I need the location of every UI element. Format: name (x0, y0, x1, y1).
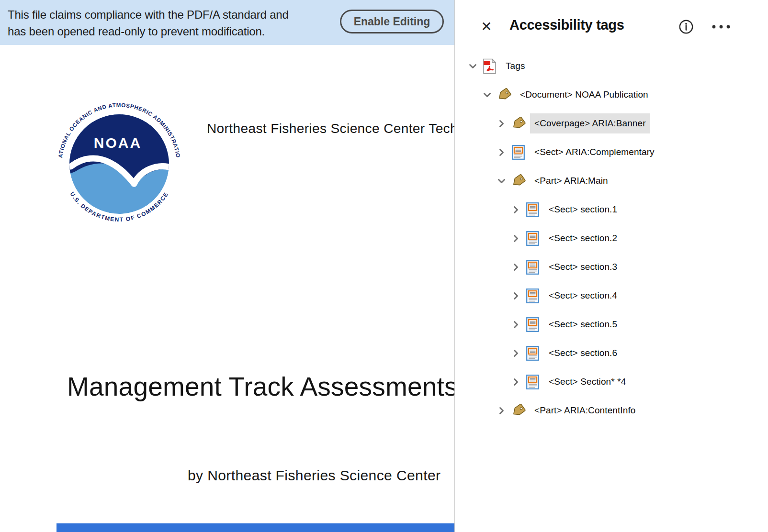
tree-item-label: <Sect> section.6 (544, 343, 621, 363)
tag-icon (510, 116, 526, 132)
pdfa-notice-text: This file claims compliance with the PDF… (8, 6, 289, 40)
doc-byline: by Northeast Fisheries Science Center (188, 467, 440, 484)
tree-item-label: <Part> ARIA:ContentInfo (530, 400, 640, 421)
section-icon (525, 259, 541, 275)
tree-item-label: <Sect> section.4 (544, 286, 621, 306)
tree-item-label: <Sect> Section* *4 (544, 372, 630, 392)
tree-item[interactable]: <Sect> Section* *4 (455, 367, 768, 396)
tag-icon (510, 173, 526, 189)
pdfa-notice-banner: This file claims compliance with the PDF… (0, 0, 454, 45)
doc-series-heading: Northeast Fisheries Science Center Techn… (207, 121, 454, 136)
tree-item[interactable]: <Sect> section.4 (455, 281, 768, 310)
accessibility-tags-panel: ✕ Accessibility tags Tags <Document> NOA (454, 0, 768, 532)
section-icon (525, 345, 541, 361)
tree-item-label: <Sect> section.1 (544, 200, 621, 220)
pdf-document-area: This file claims compliance with the PDF… (0, 0, 454, 532)
chevron-right-icon[interactable] (510, 262, 521, 272)
chevron-right-icon[interactable] (510, 377, 521, 387)
tree-item[interactable]: <Sect> section.6 (455, 339, 768, 367)
tree-item[interactable]: <Sect> ARIA:Complementary (455, 138, 768, 166)
chevron-right-icon[interactable] (496, 147, 507, 157)
tags-tree: Tags <Document> NOAA Publication <Coverp… (455, 0, 768, 532)
section-icon (525, 202, 541, 218)
tree-item[interactable]: <Sect> section.1 (455, 195, 768, 224)
pdfa-notice-line1: This file claims compliance with the PDF… (8, 6, 289, 23)
noaa-logo: NOAA NATIONAL OCEANIC AND ATMOSPHERIC AD… (56, 100, 182, 228)
pdf-file-icon (482, 58, 497, 74)
tag-icon (510, 403, 526, 419)
chevron-right-icon[interactable] (510, 204, 521, 215)
tree-item-label: <Coverpage> ARIA:Banner (530, 113, 650, 133)
chevron-right-icon[interactable] (510, 290, 521, 301)
tree-item[interactable]: <Sect> section.5 (455, 310, 768, 339)
tree-item-label: <Sect> section.2 (544, 228, 621, 248)
tree-item[interactable]: <Part> ARIA:ContentInfo (455, 396, 768, 425)
chevron-down-icon[interactable] (467, 61, 478, 71)
tree-item-label: <Part> ARIA:Main (530, 171, 612, 191)
tree-item[interactable]: Tags (455, 52, 768, 80)
section-icon (525, 288, 541, 304)
tree-item[interactable]: <Coverpage> ARIA:Banner (455, 109, 768, 138)
tree-item[interactable]: <Part> ARIA:Main (455, 166, 768, 195)
chevron-right-icon[interactable] (510, 233, 521, 244)
doc-main-title: Management Track Assessments Sp (67, 371, 454, 402)
tree-item-label: Tags (501, 56, 530, 76)
section-icon (525, 374, 541, 390)
tag-icon (496, 87, 512, 103)
tree-item[interactable]: <Sect> section.2 (455, 224, 768, 253)
section-icon (525, 231, 541, 246)
section-icon (510, 144, 526, 160)
tree-item[interactable]: <Document> NOAA Publication (455, 80, 768, 109)
tree-item-label: <Sect> ARIA:Complementary (530, 142, 659, 162)
chevron-down-icon[interactable] (496, 176, 507, 186)
section-icon (525, 317, 541, 332)
tree-item[interactable]: <Sect> section.3 (455, 253, 768, 281)
tree-item-label: <Sect> section.5 (544, 314, 621, 334)
noaa-center-text: NOAA (94, 135, 142, 151)
tree-item-label: <Sect> section.3 (544, 257, 621, 277)
chevron-right-icon[interactable] (510, 348, 521, 358)
enable-editing-button[interactable]: Enable Editing (340, 10, 444, 33)
chevron-down-icon[interactable] (482, 89, 492, 100)
doc-footer-color-bar (56, 523, 454, 532)
pdfa-notice-line2: has been opened read-only to prevent mod… (8, 23, 289, 40)
chevron-right-icon[interactable] (510, 319, 521, 330)
chevron-right-icon[interactable] (496, 118, 507, 129)
chevron-right-icon[interactable] (496, 405, 507, 416)
tree-item-label: <Document> NOAA Publication (516, 85, 653, 105)
